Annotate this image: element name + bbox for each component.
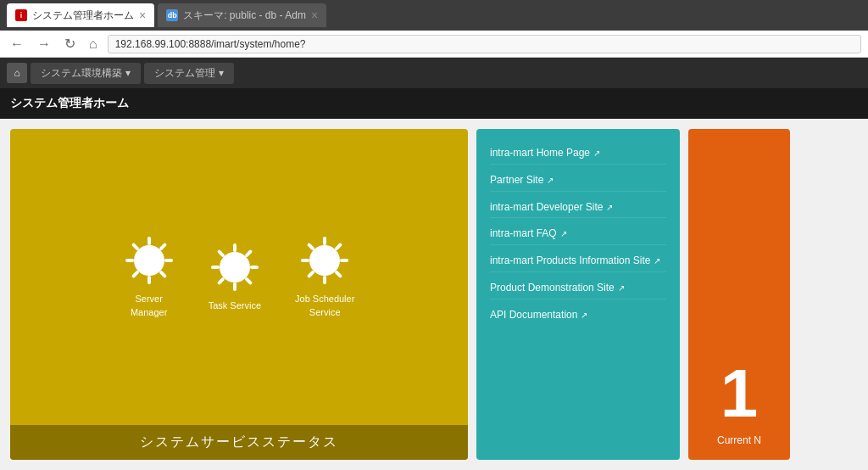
tab-active-label: システム管理者ホーム <box>32 8 134 23</box>
reload-button[interactable]: ↻ <box>61 34 79 53</box>
sun-ray <box>131 270 139 278</box>
sun-ray <box>323 276 326 284</box>
panel-teal: intra-mart Home Page ↗ Partner Site ↗ in… <box>476 129 680 460</box>
tab-close-inactive[interactable]: × <box>311 8 318 22</box>
external-link-icon: ↗ <box>560 228 567 240</box>
tab-inactive[interactable]: db スキーマ: public - db - Adm × <box>158 3 326 27</box>
page-header: システム管理者ホーム <box>0 88 868 119</box>
panel-yellow: ServerManager Task Service <box>10 129 468 460</box>
nav-home-icon[interactable]: ⌂ <box>7 63 27 83</box>
service-server-manager[interactable]: ServerManager <box>124 235 175 319</box>
link-products-info[interactable]: intra-mart Products Information Site ↗ <box>490 250 666 272</box>
panel-orange: 1 Current N <box>688 129 790 460</box>
sun-ray <box>301 259 309 262</box>
sun-ray <box>147 237 151 245</box>
home-button[interactable]: ⌂ <box>86 35 101 53</box>
sun-icon-1 <box>124 235 175 286</box>
chevron-down-icon: ▾ <box>125 67 131 79</box>
sun-ray <box>323 237 326 245</box>
sun-ray <box>233 243 236 252</box>
service-label-1: ServerManager <box>131 293 167 319</box>
panel-yellow-body: ServerManager Task Service <box>10 129 468 425</box>
sun-ray <box>159 243 167 251</box>
external-link-icon: ↗ <box>606 202 613 214</box>
sun-ray <box>334 243 342 251</box>
sun-ray <box>217 249 225 258</box>
page-title: システム管理者ホーム <box>10 96 129 111</box>
address-bar: ← → ↻ ⌂ <box>0 31 868 58</box>
browser-chrome: i システム管理者ホーム × db スキーマ: public - db - Ad… <box>0 0 868 31</box>
service-job-scheduler[interactable]: Job SchedulerService <box>295 235 354 319</box>
link-developer-site[interactable]: intra-mart Developer Site ↗ <box>490 197 666 219</box>
orange-number: 1 <box>721 360 759 428</box>
tab-icon-inactive: db <box>166 9 178 21</box>
sun-ray <box>164 259 173 262</box>
back-button[interactable]: ← <box>7 35 27 53</box>
sun-ray <box>159 270 167 278</box>
link-intramart-home[interactable]: intra-mart Home Page ↗ <box>490 143 666 165</box>
external-link-icon: ↗ <box>618 283 625 294</box>
tab-close-active[interactable]: × <box>139 8 146 22</box>
forward-button[interactable]: → <box>34 35 54 53</box>
sun-ray <box>250 266 259 269</box>
address-input[interactable] <box>108 35 861 53</box>
external-link-icon: ↗ <box>654 255 660 267</box>
external-link-icon: ↗ <box>593 148 600 159</box>
sun-ray <box>131 243 139 251</box>
sun-ray <box>125 259 134 262</box>
sun-ray <box>211 266 220 269</box>
sun-icon-2 <box>209 242 260 293</box>
nav-menu-system-env[interactable]: システム環境構築 ▾ <box>31 63 141 84</box>
external-link-icon: ↗ <box>581 310 587 322</box>
orange-label: Current N <box>717 434 761 446</box>
sun-ray <box>244 249 253 258</box>
sun-ray <box>340 259 348 262</box>
service-task-service[interactable]: Task Service <box>209 242 261 312</box>
link-product-demo[interactable]: Product Demonstration Site ↗ <box>490 277 666 299</box>
tab-active[interactable]: i システム管理者ホーム × <box>7 3 154 27</box>
sun-icon-3 <box>299 235 350 286</box>
service-label-3: Job SchedulerService <box>295 293 354 319</box>
main-content: ServerManager Task Service <box>0 119 868 470</box>
link-api-docs[interactable]: API Documentation ↗ <box>490 305 666 326</box>
tab-icon-active: i <box>15 9 27 21</box>
app-nav: ⌂ システム環境構築 ▾ システム管理 ▾ <box>0 58 868 88</box>
sun-ray <box>307 270 315 278</box>
external-link-icon: ↗ <box>547 175 554 187</box>
sun-ray <box>147 276 151 284</box>
tab-inactive-label: スキーマ: public - db - Adm <box>183 8 306 23</box>
panel-yellow-footer: システムサービスステータス <box>10 425 468 460</box>
service-label-2: Task Service <box>209 299 261 312</box>
sun-ray <box>244 277 253 285</box>
sun-ray <box>233 283 236 291</box>
link-partner-site[interactable]: Partner Site ↗ <box>490 170 666 192</box>
sun-ray <box>217 277 225 285</box>
nav-menu-system-admin[interactable]: システム管理 ▾ <box>144 63 234 84</box>
chevron-down-icon-2: ▾ <box>219 67 224 79</box>
link-faq[interactable]: intra-mart FAQ ↗ <box>490 223 666 245</box>
sun-ray <box>334 270 342 278</box>
